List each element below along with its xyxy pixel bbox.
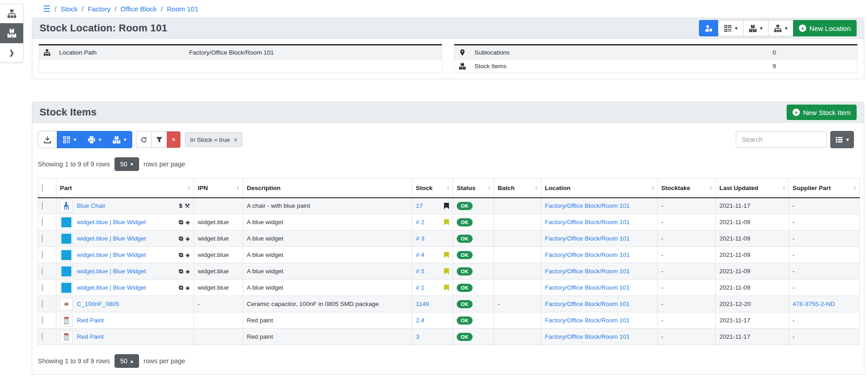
barcode-actions-button[interactable]: ▾ (718, 20, 743, 36)
row-checkbox[interactable] (42, 251, 43, 259)
refresh-button[interactable] (136, 131, 152, 148)
stock-link[interactable]: # 1 (416, 284, 424, 291)
column-header-location[interactable]: Location▴▾ (541, 179, 658, 198)
menu-toggle-icon[interactable]: ☰ (43, 5, 50, 13)
location-link[interactable]: Factory/Office Block/Room 101 (545, 219, 630, 226)
search-input[interactable] (736, 131, 827, 148)
breadcrumb-link[interactable]: Room 101 (167, 5, 198, 13)
sort-icon[interactable]: ▴▾ (486, 185, 490, 190)
row-checkbox[interactable] (42, 333, 43, 341)
download-button[interactable] (38, 131, 57, 148)
plus-circle-icon: + (793, 109, 800, 116)
row-checkbox[interactable] (42, 267, 43, 275)
sidebar-item-stock[interactable] (0, 23, 23, 43)
stocktake-cell: - (658, 296, 716, 312)
select-all-checkbox[interactable] (42, 184, 43, 192)
page-size-selector[interactable]: 50 ▴ (115, 354, 139, 368)
active-filter-chip[interactable]: In Stock = true x (185, 132, 242, 147)
column-select-button[interactable]: ▾ (830, 131, 854, 148)
part-link[interactable]: Red Paint (77, 317, 104, 324)
part-link[interactable]: widget.blue | Blue Widget (77, 268, 146, 275)
breadcrumb-link[interactable]: Office Block (120, 5, 157, 13)
part-thumbnail[interactable] (60, 249, 73, 261)
location-link[interactable]: Factory/Office Block/Room 101 (545, 301, 630, 307)
sort-icon[interactable]: ▴▾ (708, 185, 712, 190)
part-thumbnail[interactable] (60, 232, 73, 245)
new-stock-item-button[interactable]: + New Stock Item (787, 105, 857, 120)
stock-link[interactable]: # 2 (416, 219, 424, 226)
location-link[interactable]: Factory/Office Block/Room 101 (545, 284, 630, 291)
part-link[interactable]: widget.blue | Blue Widget (77, 284, 146, 291)
location-tree-actions-button[interactable]: ▾ (768, 20, 793, 36)
stock-actions-button[interactable]: ▾ (743, 20, 768, 36)
sidebar-expand-button[interactable]: ❯ (0, 43, 23, 62)
column-header-batch[interactable]: Batch▴▾ (494, 179, 541, 198)
ipn-cell: widget.blue (194, 231, 243, 247)
part-link[interactable]: Red Paint (77, 333, 104, 340)
stock-link[interactable]: 17 (416, 202, 423, 209)
part-link[interactable]: Blue Chair (77, 202, 105, 209)
sort-icon[interactable]: ▴▾ (781, 185, 785, 190)
row-checkbox[interactable] (42, 316, 43, 324)
column-header-stocktake[interactable]: Stocktake▴▾ (658, 179, 716, 198)
location-link[interactable]: Factory/Office Block/Room 101 (545, 268, 630, 275)
row-checkbox[interactable] (42, 202, 43, 210)
row-checkbox[interactable] (42, 218, 43, 226)
part-cell: Blue Chair$⚒ (56, 198, 194, 214)
column-header-stock[interactable]: Stock▴▾ (412, 179, 453, 198)
stock-link[interactable]: 2.4 (416, 317, 424, 324)
stock-link[interactable]: 3 (416, 333, 419, 340)
row-checkbox[interactable] (42, 300, 43, 308)
part-thumbnail[interactable] (60, 200, 73, 212)
column-header-ipn[interactable]: IPN▴▾ (194, 179, 243, 198)
part-link[interactable]: C_100nF_0805 (77, 301, 119, 307)
page-title: Stock Location: Room 101 (40, 22, 167, 34)
column-header-last-updated[interactable]: Last Updated▴▾ (716, 179, 789, 198)
column-header-supplier-part[interactable]: Supplier Part▴▾ (789, 179, 860, 198)
stock-options-dropdown-button[interactable]: ▾ (107, 131, 132, 148)
location-link[interactable]: Factory/Office Block/Room 101 (545, 202, 630, 209)
part-link[interactable]: widget.blue | Blue Widget (77, 235, 146, 242)
part-thumbnail[interactable] (60, 281, 73, 294)
sort-icon[interactable]: ▴▾ (186, 185, 190, 190)
supplier-part-link[interactable]: 478-3755-2-ND (793, 301, 835, 307)
new-location-button[interactable]: + New Location (793, 20, 857, 36)
breadcrumb-link[interactable]: Stock (60, 5, 78, 13)
remove-filter-icon[interactable]: x (234, 136, 237, 143)
breadcrumb-link[interactable]: Factory (88, 5, 110, 13)
column-header-part[interactable]: Part▴▾ (56, 179, 194, 198)
print-dropdown-button[interactable]: ▾ (82, 131, 107, 148)
part-thumbnail[interactable] (60, 331, 73, 343)
location-link[interactable]: Factory/Office Block/Room 101 (545, 251, 630, 258)
sort-icon[interactable]: ▴▾ (534, 185, 537, 190)
sort-icon[interactable]: ▴▾ (445, 185, 449, 190)
part-thumbnail[interactable] (60, 216, 73, 229)
column-header-status[interactable]: Status▴▾ (453, 179, 494, 198)
page-size-selector[interactable]: 50 ▾ (115, 157, 139, 171)
part-link[interactable]: widget.blue | Blue Widget (77, 219, 146, 226)
barcode-dropdown-button[interactable]: ▾ (57, 131, 82, 148)
part-thumbnail[interactable] (60, 298, 73, 311)
part-thumbnail[interactable] (60, 265, 73, 278)
row-checkbox[interactable] (42, 235, 43, 242)
sort-icon[interactable]: ▴▾ (852, 185, 856, 190)
status-cell: OK (453, 296, 494, 312)
table-row: widget.blue | Blue Widget⧉◈widget.blueA … (38, 280, 860, 296)
sort-icon[interactable]: ▴▾ (235, 185, 239, 190)
part-thumbnail[interactable] (60, 314, 73, 327)
filter-button[interactable] (151, 131, 167, 148)
location-link[interactable]: Factory/Office Block/Room 101 (545, 317, 630, 324)
row-checkbox[interactable] (42, 284, 43, 291)
part-link[interactable]: widget.blue | Blue Widget (77, 251, 146, 258)
select-cell (38, 247, 56, 263)
stock-link[interactable]: # 5 (416, 268, 424, 275)
clear-filters-button[interactable]: ✕ (167, 131, 180, 148)
sidebar-item-locations[interactable] (0, 4, 23, 23)
stock-link[interactable]: # 4 (416, 251, 424, 258)
stock-link[interactable]: # 3 (416, 235, 424, 242)
sort-icon[interactable]: ▴▾ (650, 185, 653, 190)
location-link[interactable]: Factory/Office Block/Room 101 (545, 333, 630, 340)
admin-permissions-button[interactable] (699, 20, 718, 36)
location-link[interactable]: Factory/Office Block/Room 101 (545, 235, 630, 242)
stock-link[interactable]: 1149 (416, 301, 429, 307)
